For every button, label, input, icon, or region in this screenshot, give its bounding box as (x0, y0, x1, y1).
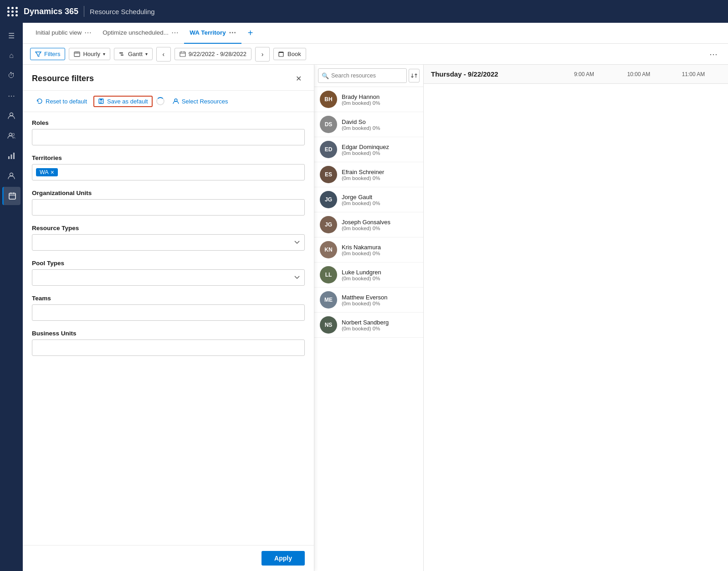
resource-search-wrapper: 🔍 (318, 68, 407, 83)
territory-tag-remove[interactable]: × (51, 169, 54, 175)
nav-person-icon[interactable] (2, 167, 21, 185)
territories-input[interactable]: WA × (32, 164, 305, 180)
resource-avatar: JG (320, 216, 337, 233)
tab-optimize-ellipsis-icon[interactable]: ⋯ (171, 28, 179, 37)
resource-item[interactable]: LL Luke Lundgren (0m booked) 0% (314, 262, 423, 288)
date-prev-button[interactable]: ‹ (156, 47, 171, 62)
date-range-display[interactable]: 9/22/2022 - 9/28/2022 (174, 48, 251, 60)
svg-rect-14 (100, 99, 103, 101)
resource-info: Joseph Gonsalves (0m booked) 0% (342, 219, 418, 231)
schedule-panel: Thursday - 9/22/2022 9:00 AM 10:00 AM 11… (424, 65, 728, 571)
filter-panel-header: Resource filters ✕ (23, 65, 314, 91)
svg-rect-4 (11, 154, 12, 159)
toolbar-more-button[interactable]: ⋯ (706, 47, 721, 62)
resource-info: Efrain Schreiner (0m booked) 0% (342, 169, 418, 181)
resource-item[interactable]: NS Norbert Sandberg (0m booked) 0% (314, 313, 423, 338)
business-units-label: Business Units (32, 330, 305, 337)
tab-wa-territory[interactable]: WA Territory ⋯ (184, 23, 241, 44)
filter-panel: Resource filters ✕ Reset to default (23, 65, 314, 571)
resource-types-field: Resource Types (32, 225, 305, 251)
teams-label: Teams (32, 295, 305, 302)
resource-item[interactable]: JG Jorge Gault (0m booked) 0% (314, 187, 423, 212)
nav-analytics-icon[interactable] (2, 147, 21, 165)
nav-recent-icon[interactable]: ⏱ (2, 67, 21, 85)
svg-rect-8 (74, 52, 80, 57)
resource-search-input[interactable] (318, 68, 407, 83)
roles-input[interactable] (32, 129, 305, 145)
svg-rect-10 (121, 54, 123, 56)
gantt-button[interactable]: Gantt ▾ (114, 48, 153, 60)
business-units-input[interactable] (32, 340, 305, 356)
resource-sort-button[interactable] (409, 69, 420, 82)
schedule-time-col-10am: 10:00 AM (611, 71, 666, 77)
svg-rect-3 (8, 156, 10, 159)
tab-initial-public-view[interactable]: Initial public view ⋯ (30, 23, 97, 44)
resource-name: Matthew Everson (342, 294, 418, 301)
org-units-input[interactable] (32, 199, 305, 216)
filter-body: Roles Territories WA × (23, 112, 314, 545)
resource-name: David So (342, 118, 418, 125)
resource-item[interactable]: DS David So (0m booked) 0% (314, 112, 423, 137)
save-as-default-button[interactable]: Save as default (93, 96, 153, 107)
resource-avatar: DS (320, 116, 337, 133)
resource-types-select[interactable] (32, 234, 305, 251)
select-resources-button[interactable]: Select Resources (168, 96, 233, 107)
filter-close-button[interactable]: ✕ (292, 72, 305, 85)
schedule-date-title: Thursday - 9/22/2022 (431, 70, 557, 78)
teams-input[interactable] (32, 304, 305, 321)
tab-add-button[interactable]: + (243, 26, 258, 41)
resource-name: Norbert Sandberg (342, 319, 418, 326)
save-icon (98, 98, 104, 104)
tab-initial-ellipsis-icon[interactable]: ⋯ (84, 28, 92, 37)
schedule-time-col-11am: 11:00 AM (666, 71, 721, 77)
svg-rect-5 (13, 153, 15, 159)
resource-avatar: ES (320, 166, 337, 183)
reset-to-default-button[interactable]: Reset to default (32, 96, 92, 107)
svg-rect-11 (180, 52, 185, 57)
toolbar: Filters Hourly ▾ Gantt ▾ ‹ (23, 44, 728, 65)
date-next-button[interactable]: › (255, 47, 270, 62)
resource-item[interactable]: BH Brady Hannon (0m booked) 0% (314, 87, 423, 112)
resource-meta: (0m booked) 0% (342, 100, 418, 106)
nav-calendar-icon[interactable] (2, 187, 21, 205)
nav-starred-icon[interactable]: ⋯ (2, 87, 21, 105)
resource-item[interactable]: ED Edgar Dominquez (0m booked) 0% (314, 137, 423, 162)
main-body: Resource filters ✕ Reset to default (23, 65, 728, 571)
schedule-time-col-9am: 9:00 AM (557, 71, 611, 77)
resource-search-bar: 🔍 (314, 65, 423, 87)
pool-types-select[interactable] (32, 269, 305, 286)
tab-wa-ellipsis-icon[interactable]: ⋯ (229, 28, 236, 37)
pool-types-field: Pool Types (32, 260, 305, 286)
nav-users-icon[interactable] (2, 107, 21, 125)
tab-optimize-unscheduled[interactable]: Optimize unscheduled... ⋯ (97, 23, 184, 44)
content-area: Initial public view ⋯ Optimize unschedul… (23, 23, 728, 571)
resource-list: BH Brady Hannon (0m booked) 0% DS David … (314, 87, 423, 571)
gantt-icon (119, 51, 125, 57)
calendar-icon (179, 51, 186, 57)
resource-meta: (0m booked) 0% (342, 226, 418, 231)
app-layout: ☰ ⌂ ⏱ ⋯ (0, 23, 728, 571)
filters-button[interactable]: Filters (30, 48, 65, 60)
svg-rect-9 (119, 52, 123, 54)
resource-item[interactable]: JG Joseph Gonsalves (0m booked) 0% (314, 212, 423, 237)
resource-item[interactable]: ME Matthew Everson (0m booked) 0% (314, 288, 423, 313)
territories-label: Territories (32, 154, 305, 161)
resource-avatar: KN (320, 241, 337, 258)
sort-icon (411, 72, 417, 79)
tabs-bar: Initial public view ⋯ Optimize unschedul… (23, 23, 728, 44)
resource-info: Edgar Dominquez (0m booked) 0% (342, 144, 418, 156)
resource-name: Brady Hannon (342, 93, 418, 100)
hourly-chevron-icon: ▾ (103, 51, 105, 57)
resource-info: David So (0m booked) 0% (342, 118, 418, 131)
resource-item[interactable]: ES Efrain Schreiner (0m booked) 0% (314, 162, 423, 187)
apply-button[interactable]: Apply (261, 551, 305, 566)
nav-contacts-icon[interactable] (2, 127, 21, 145)
resource-item[interactable]: KN Kris Nakamura (0m booked) 0% (314, 237, 423, 262)
filter-panel-title: Resource filters (32, 74, 94, 83)
hourly-button[interactable]: Hourly ▾ (69, 48, 110, 60)
book-button[interactable]: Book (273, 48, 306, 60)
app-launcher-icon[interactable] (7, 7, 18, 16)
nav-hamburger-icon[interactable]: ☰ (2, 26, 21, 45)
nav-home-icon[interactable]: ⌂ (2, 46, 21, 65)
resource-name: Jorge Gault (342, 194, 418, 201)
